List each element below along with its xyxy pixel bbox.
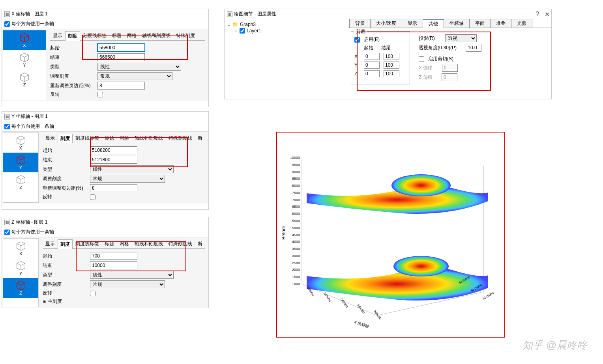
tab-tick-labels[interactable]: 刻度线标签 — [73, 239, 102, 248]
type-select[interactable]: 线性 — [90, 165, 174, 173]
tab-line-ticks[interactable]: 轴线和刻度线 — [132, 239, 166, 248]
persp-angle-input[interactable] — [466, 44, 481, 52]
tab-grid[interactable]: 网格 — [117, 133, 132, 143]
axis-item-y[interactable]: Y — [3, 153, 38, 172]
adjust-select[interactable]: 常规 — [90, 175, 165, 183]
clip-y-end[interactable] — [384, 62, 399, 69]
margin-input[interactable] — [90, 184, 137, 192]
svg-text:6500: 6500 — [292, 205, 300, 209]
use-one-axis-checkbox[interactable] — [4, 124, 10, 129]
tab-special[interactable]: 特殊刻度线 — [166, 133, 195, 143]
title-text: 绘图细节 - 图层属性 — [234, 11, 276, 17]
proptab-other[interactable]: 其他 — [423, 19, 444, 28]
tab-scale[interactable]: 刻度 — [65, 31, 80, 41]
proptab-display[interactable]: 显示 — [402, 19, 423, 28]
property-tabs: 背景 大小/速度 显示 其他 坐标轴 平面 堆叠 光照 — [348, 19, 551, 28]
clip-y-start[interactable] — [364, 62, 380, 69]
layer-checkbox[interactable] — [240, 28, 245, 34]
clip-fieldset: 剪裁 启用(E) 起始结尾 X Y Z — [351, 31, 410, 84]
end-input[interactable] — [97, 53, 145, 61]
tab-break[interactable]: 断 — [195, 133, 205, 143]
tab-break[interactable]: 断 — [195, 239, 205, 248]
clip-z-start[interactable] — [364, 70, 380, 77]
tab-line-ticks[interactable]: 轴线和刻度线 — [139, 31, 173, 40]
reverse-checkbox[interactable] — [90, 194, 96, 200]
clip-enable-checkbox[interactable] — [354, 37, 360, 43]
axis-select-list: X Y Z — [3, 30, 46, 100]
start-input[interactable] — [90, 252, 137, 260]
start-input[interactable] — [97, 44, 145, 52]
tab-title[interactable]: 标题 — [102, 239, 117, 248]
end-input[interactable] — [90, 261, 137, 269]
end-input[interactable] — [90, 156, 137, 164]
use-one-axis-checkbox[interactable] — [4, 230, 10, 235]
shear-enable-checkbox[interactable] — [419, 56, 424, 62]
axis-item-z[interactable]: Z — [3, 278, 38, 298]
proptab-plane[interactable]: 平面 — [469, 19, 491, 28]
use-one-axis-checkbox[interactable] — [4, 21, 10, 27]
tab-tick-labels[interactable]: 刻度线标签 — [73, 133, 102, 143]
clip-x-start[interactable] — [364, 53, 380, 60]
proptab-axes[interactable]: 坐标轴 — [444, 19, 470, 28]
axis-label: X — [23, 43, 26, 48]
help-button[interactable]: ? — [536, 11, 539, 18]
adjust-label: 调整刻度 — [50, 73, 94, 80]
reverse-checkbox[interactable] — [90, 291, 96, 296]
tab-special[interactable]: 特殊刻度线 — [166, 239, 195, 248]
svg-point-24 — [393, 256, 449, 276]
axis-item-x[interactable]: X — [3, 133, 38, 153]
svg-text:5000: 5000 — [292, 226, 300, 230]
tab-grid[interactable]: 网格 — [124, 31, 139, 40]
tree-child[interactable]: ›Layer1 — [227, 28, 345, 34]
adjust-select[interactable]: 常规 — [97, 72, 172, 80]
use-one-axis-label: 每个方向使用一条轴 — [11, 123, 54, 130]
axis-item-z[interactable]: Z — [3, 70, 46, 90]
projection-select[interactable]: 透视 — [445, 34, 477, 42]
clip-z-end[interactable] — [384, 70, 399, 77]
tab-title[interactable]: 标题 — [109, 31, 124, 40]
svg-text:3000: 3000 — [292, 254, 300, 258]
axis-item-y[interactable]: Y — [3, 258, 38, 278]
type-select[interactable]: 线性 — [90, 271, 174, 279]
proptab-light[interactable]: 光照 — [511, 19, 532, 28]
tab-line-ticks[interactable]: 轴线和刻度线 — [132, 133, 166, 143]
axis-item-y[interactable]: Y — [3, 50, 46, 70]
proptab-bg[interactable]: 背景 — [349, 19, 371, 28]
tab-title[interactable]: 标题 — [102, 133, 117, 143]
axis-select-list: X Y Z — [3, 133, 39, 203]
reverse-checkbox[interactable] — [97, 92, 103, 97]
tab-grid[interactable]: 网格 — [117, 239, 132, 248]
3d-plot: 1000150020002500300035004000450050005500… — [278, 134, 503, 335]
svg-text:8000: 8000 — [292, 184, 300, 188]
app-icon: ▦ — [4, 114, 10, 119]
proptab-stack[interactable]: 堆叠 — [490, 19, 511, 28]
tab-display[interactable]: 显示 — [43, 133, 58, 143]
axis-item-z[interactable]: Z — [3, 172, 38, 192]
margin-input[interactable] — [97, 82, 145, 90]
svg-text:560000: 560000 — [323, 292, 332, 302]
tab-display[interactable]: 显示 — [50, 31, 65, 40]
axis-item-x[interactable]: X — [3, 30, 46, 50]
tab-special[interactable]: 特殊刻度 — [173, 31, 198, 40]
app-icon: ▦ — [4, 220, 10, 225]
start-input[interactable] — [90, 146, 137, 154]
svg-text:7500: 7500 — [292, 191, 300, 195]
adjust-select[interactable]: 常规 — [90, 280, 165, 288]
tab-scale[interactable]: 刻度 — [58, 239, 73, 249]
title-text: Z 坐标轴 - 图层 1 — [11, 219, 47, 226]
svg-point-23 — [391, 174, 451, 196]
axis-item-x[interactable]: X — [3, 239, 38, 258]
title-text: X 坐标轴 - 图层 1 — [11, 11, 48, 17]
svg-text:564000: 564000 — [356, 304, 365, 314]
tab-scale[interactable]: 刻度 — [58, 134, 73, 143]
end-label: 结束 — [50, 54, 94, 61]
title-text: Y 坐标轴 - 图层 1 — [11, 113, 48, 120]
tree-root[interactable]: ⌄📁Graph3 — [227, 21, 345, 28]
clip-x-end[interactable] — [384, 53, 399, 60]
tab-display[interactable]: 显示 — [43, 239, 58, 248]
tab-tick-labels[interactable]: 刻度线标签 — [80, 31, 109, 40]
type-select[interactable]: 线性 — [97, 63, 181, 71]
z-axis-label: Before — [281, 226, 287, 240]
close-button[interactable]: ✕ — [545, 11, 550, 18]
proptab-size[interactable]: 大小/速度 — [370, 19, 402, 28]
